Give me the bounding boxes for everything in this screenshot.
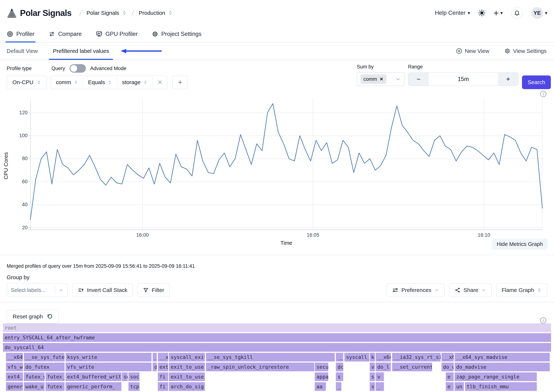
- flame-cell[interactable]: zap_page_range_single: [455, 372, 537, 381]
- new-view-button[interactable]: New View: [456, 48, 490, 54]
- tab-prefiltered-label-values[interactable]: Prefiltered label values: [53, 42, 109, 60]
- matcher-operator-select[interactable]: Equals: [83, 76, 117, 89]
- flame-cell[interactable]: v: [370, 363, 375, 371]
- preferences-button[interactable]: Preferences: [387, 283, 445, 297]
- flame-cell[interactable]: ksys_write: [65, 353, 152, 362]
- create-new-menu[interactable]: + ▾: [493, 7, 503, 18]
- info-icon[interactable]: [540, 317, 547, 324]
- flame-cell[interactable]: syscall_: [344, 353, 369, 362]
- range-value[interactable]: 15m: [429, 73, 498, 86]
- range-increase-button[interactable]: +: [498, 73, 518, 86]
- flame-cell[interactable]: _raw_spin_unlock_irqrestore: [206, 363, 314, 371]
- theme-sun-icon[interactable]: [478, 9, 485, 16]
- flame-cell[interactable]: e: [446, 382, 454, 391]
- flame-cell[interactable]: __x64.: [6, 353, 23, 362]
- flame-cell[interactable]: appa: [315, 372, 328, 381]
- flame-cell[interactable]: s: [336, 372, 343, 381]
- flame-cell[interactable]: do_l: [376, 363, 391, 371]
- add-matcher-button[interactable]: +: [172, 76, 188, 89]
- polar-signals-logo[interactable]: Polar Signals: [7, 8, 71, 18]
- invert-call-stack-button[interactable]: Invert Call Stack: [72, 283, 133, 297]
- search-button[interactable]: Search: [522, 76, 551, 89]
- flame-cell[interactable]: __x6: [441, 353, 454, 362]
- view-settings-button[interactable]: View Settings: [504, 48, 547, 54]
- tab-compare[interactable]: Compare: [49, 26, 82, 42]
- breadcrumb-org-selector[interactable]: Polar Signals: [87, 10, 127, 16]
- hide-metrics-graph-button[interactable]: Hide Metrics Graph: [492, 238, 548, 250]
- flame-cell[interactable]: generic_perform_: [65, 382, 121, 391]
- flame-cell[interactable]: se: [122, 372, 128, 381]
- flame-cell[interactable]: fi: [158, 372, 168, 381]
- chip-close-icon[interactable]: ✕: [380, 77, 384, 82]
- flame-cell[interactable]: root: [3, 323, 551, 332]
- help-center-menu[interactable]: Help Center ▾: [435, 10, 470, 16]
- flame-cell[interactable]: _: [153, 353, 157, 362]
- tab-project-settings[interactable]: Project Settings: [152, 26, 201, 42]
- flame-cell[interactable]: ext4_: [6, 372, 23, 381]
- group-by-select[interactable]: Select labels...: [7, 283, 68, 297]
- flame-cell[interactable]: __se_sys_futex: [24, 353, 65, 362]
- flame-cell[interactable]: _: [336, 382, 341, 391]
- flame-cell[interactable]: do_madvise: [455, 363, 550, 371]
- flame-cell[interactable]: gener: [6, 382, 23, 391]
- flame-cell[interactable]: s: [370, 372, 375, 381]
- flame-cell[interactable]: fi: [158, 382, 168, 391]
- flame-cell[interactable]: _: [376, 382, 384, 391]
- flame-cell[interactable]: exit_to_use: [169, 372, 205, 381]
- flame-cell[interactable]: __: [336, 353, 343, 362]
- flame-cell[interactable]: vfs_write: [65, 363, 152, 371]
- info-icon[interactable]: [540, 90, 547, 98]
- tab-default-view[interactable]: Default View: [7, 42, 38, 60]
- remove-matcher-button[interactable]: ✕: [153, 76, 167, 89]
- flame-cell[interactable]: k: [370, 353, 375, 362]
- flame-cell[interactable]: vfs_w: [6, 363, 23, 371]
- flame-cell[interactable]: exit_to_use: [169, 363, 205, 371]
- user-menu[interactable]: YE ▾: [531, 7, 547, 19]
- flame-cell[interactable]: __se_sys_tgkill: [206, 353, 335, 362]
- flame-cell[interactable]: ext4_buffered_write.: [65, 372, 121, 381]
- flame-cell[interactable]: futex_w: [24, 372, 45, 381]
- metrics-line-chart[interactable]: [30, 99, 542, 230]
- flame-cell[interactable]: dc: [336, 363, 343, 371]
- flame-cell[interactable]: do_futex: [24, 363, 65, 371]
- breadcrumb-project-selector[interactable]: Production: [139, 10, 173, 16]
- filter-button[interactable]: Filter: [137, 283, 170, 297]
- flame-graph[interactable]: rootentry_SYSCALL_64_after_hwframedo_sys…: [0, 323, 554, 391]
- flame-cell[interactable]: futex: [45, 382, 65, 391]
- share-button[interactable]: Share: [449, 283, 492, 297]
- tab-profiler[interactable]: Profiler: [7, 26, 35, 42]
- flame-cell[interactable]: soc: [128, 372, 139, 381]
- flame-cell[interactable]: __set_current_: [392, 363, 432, 371]
- notifications-button[interactable]: [511, 7, 523, 19]
- flame-cell[interactable]: __x64: [376, 353, 391, 362]
- flame-cell[interactable]: do_syscall_64: [3, 343, 551, 352]
- flame-cell[interactable]: tlb_finish_mmu: [465, 382, 537, 391]
- visualization-type-select[interactable]: Flame Graph: [496, 283, 547, 297]
- flame-cell[interactable]: do_u: [441, 363, 454, 371]
- flame-cell[interactable]: aa: [315, 382, 326, 391]
- sum-by-select[interactable]: comm ✕: [357, 72, 405, 86]
- range-decrease-button[interactable]: −: [408, 73, 429, 86]
- reset-graph-button[interactable]: Reset graph: [7, 310, 59, 323]
- flame-cell[interactable]: __x: [158, 353, 168, 362]
- flame-cell[interactable]: tcp: [128, 382, 139, 391]
- flame-cell[interactable]: s: [370, 382, 375, 391]
- flame-cell[interactable]: wake_u: [24, 382, 45, 391]
- flame-cell[interactable]: ext: [158, 363, 168, 371]
- flame-cell[interactable]: secu: [315, 363, 328, 371]
- profile-type-select[interactable]: On-CPU: [7, 76, 47, 89]
- flame-cell[interactable]: futex_: [45, 372, 65, 381]
- flame-cell[interactable]: e: [446, 372, 454, 381]
- flame-cell[interactable]: un: [455, 382, 464, 391]
- flame-cell[interactable]: arch_do_sig: [169, 382, 205, 391]
- flame-cell[interactable]: __ia32_sys_rt_sig: [392, 353, 440, 362]
- matcher-value-select[interactable]: storage: [117, 76, 153, 89]
- flame-cell[interactable]: v: [376, 372, 384, 381]
- flame-cell[interactable]: __x64_sys_madvise: [455, 353, 550, 362]
- flame-cell[interactable]: d: [153, 363, 157, 371]
- tab-gpu-profiler[interactable]: GPU Profiler: [96, 26, 138, 42]
- matcher-key-select[interactable]: comm: [51, 76, 83, 89]
- flame-cell[interactable]: syscall_exit_: [169, 353, 205, 362]
- advanced-mode-toggle[interactable]: [70, 64, 86, 73]
- flame-cell[interactable]: entry_SYSCALL_64_after_hwframe: [3, 333, 551, 342]
